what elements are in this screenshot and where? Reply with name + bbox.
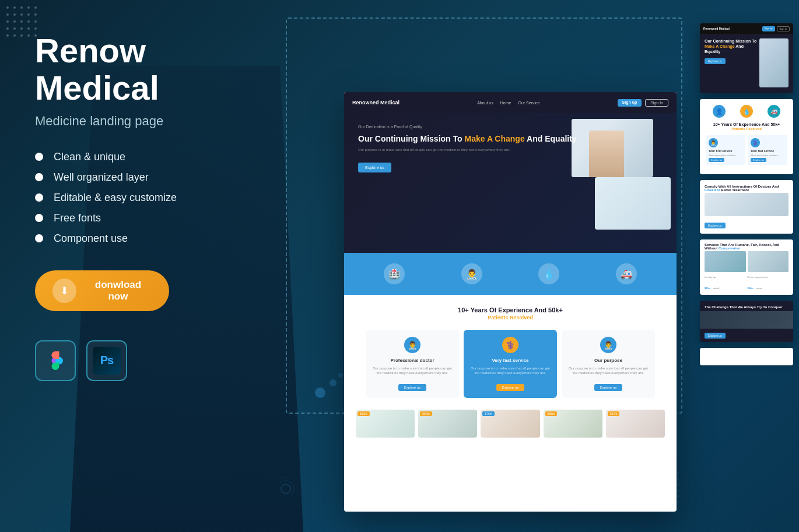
hero-explore-btn[interactable]: Explore us [358,163,391,172]
stat-icon-medical: 🏥 [384,263,405,284]
stats-bar: 🏥 👨‍⚕️ 💧 🚑 [344,253,677,295]
main-preview-mockup: Renowned Medical About us Home Our Servi… [344,92,677,512]
service-card-2: ⚕️ Very fast service Our purpose is to m… [464,330,557,398]
service-title-1: Professional doctor [372,358,453,363]
hero-description: Our purpose is to make sure that all peo… [358,147,663,153]
experience-title: 10+ Years Of Experience And 50k+ [358,306,663,313]
mini-title-highlight: Make A Change [705,44,735,48]
comply-title: Comply With All Instructions Of Doctors … [705,185,789,192]
nav-link-home: Home [500,101,511,105]
download-label: donwload now [85,279,152,302]
badge-4: $85m [545,411,558,416]
strip-image-4: $85m [544,410,602,438]
rs-card-row: 👨‍⚕️ Your first service Short descriptio… [706,135,787,165]
feature-item-3: Editable & easy customize [35,192,274,204]
hero-title-highlight: Make A Change [465,134,525,143]
rs-card-1: 👨‍⚕️ Your first service Short descriptio… [706,135,745,165]
services-numbers: $85m raised $52m raised [700,281,793,295]
left-panel: Renow Medical Medicine landing page Clea… [0,0,309,532]
hero-title-part2: And Equality [525,134,577,143]
rs-card-btn-1[interactable]: Explore us [709,158,724,162]
strip-image-2: $50m [418,410,477,438]
strip-image-1: $50m [356,410,415,438]
badge-3: $75m [482,411,495,416]
services-img-1 [705,251,746,272]
services-block: Services That Are Humane, Fair, Honest, … [700,239,793,295]
hero-title: Our Continuing Mission To Make A Change … [358,133,663,145]
comply-section: Comply With All Instructions Of Doctors … [700,180,793,234]
rs-experience-title: 10+ Years Of Experience And 50k+ [706,122,787,126]
comply-image [705,193,789,216]
challenge-title: The Challenge That We Always Try To Conq… [700,301,793,311]
stat-icon-ambulance: 🚑 [616,263,637,284]
download-button[interactable]: ⬇ donwload now [35,270,169,311]
rs-icon-person: 👤 [713,105,726,118]
experience-section: 10+ Years Of Experience And 50k+ Patient… [344,295,677,410]
service-cards-container: 👨‍⚕️ Professional doctor Our purpose is … [358,330,663,398]
strip-image-3: $75m [481,410,539,438]
feature-item-4: Free fonts [35,212,274,224]
preview-hero-text: Our Dedication is a Proof of Quality Our… [358,125,663,241]
mini-signin[interactable]: Sign In [777,26,790,31]
comply-highlight: Linked to [705,188,720,192]
service-card-3: 👨‍⚕️ Our purpose Our purpose is to make … [562,330,655,398]
bottom-image-strip: $50m $50m $75m $85m $52m [344,410,677,442]
rs-card-label-2: Your fast service [751,149,784,153]
right-sidebar-panel: Renowned Medical Sign up Sign In Our Con… [700,23,793,365]
mini-hero-card: Renowned Medical Sign up Sign In Our Con… [700,23,793,93]
mini-brand: Renowned Medical [703,27,730,30]
bullet-4 [35,214,43,222]
mini-hero-title: Our Continuing Mission To Make A Change … [705,38,759,54]
preview-brand: Renowned Medical [352,100,400,105]
white-footer-bar [700,348,793,365]
service-btn-1[interactable]: Explore us [398,384,426,391]
badge-2: $50m [420,411,432,416]
challenge-section: The Challenge That We Always Try To Conq… [700,301,793,342]
rs-card-btn-2[interactable]: Explore us [751,158,766,162]
feature-label-1: Clean & unique [54,151,125,163]
mini-hero-image [759,38,789,87]
service-desc-3: Our purpose is to make sure that all peo… [567,366,649,376]
feature-label-2: Well organized layer [54,171,149,184]
service-btn-2[interactable]: Explore us [496,384,524,391]
download-icon: ⬇ [52,279,76,303]
figma-icon [44,350,66,372]
num-tag-1: $85m raised [705,281,746,291]
preview-nav-links: About us Home Our Service [477,101,539,105]
signin-btn[interactable]: Sign In [645,99,668,107]
rs-icon-drop: 💧 [740,105,753,118]
mini-signup[interactable]: Sign up [762,26,775,31]
mini-explore-btn[interactable]: Explore us [705,58,726,64]
service-icon-1: 👨‍⚕️ [404,337,420,353]
photoshop-icon-box: Ps [86,340,127,381]
rs-card-label-1: Your first service [709,149,742,153]
bullet-2 [35,173,43,181]
stat-icon-water: 💧 [538,263,559,284]
feature-label-3: Editable & easy customize [54,192,177,204]
num-tag-2: $52m raised [748,281,789,291]
challenge-image [700,311,793,329]
services-section-title: Services That Are Humane, Fair, Honest, … [700,239,793,251]
feature-item-1: Clean & unique [35,151,274,163]
comply-btn[interactable]: Explore us [705,223,726,228]
rs-card-icon-2: ⚕️ [751,138,760,147]
mini-nav-buttons: Sign up Sign In [762,26,790,31]
strip-image-5: $52m [606,410,665,438]
services-image-pair [700,251,793,276]
feature-label-4: Free fonts [54,212,101,224]
feature-item-2: Well organized layer [35,171,274,184]
service-label-2: Doctor appointment [748,276,789,279]
hero-tag: Our Dedication is a Proof of Quality [358,125,663,129]
challenge-btn[interactable]: Explore us [705,333,726,339]
preview-nav-buttons: Sign up Sign In [618,99,668,107]
rs-card-2: ⚕️ Your fast service Short description t… [748,135,787,165]
rs-card-icon-1: 👨‍⚕️ [709,138,718,147]
bullet-5 [35,234,43,242]
signup-btn[interactable]: Sign up [618,99,642,107]
feature-label-5: Component use [54,232,128,245]
services-labels: Identity tips Doctor appointment [700,276,793,281]
service-btn-3[interactable]: Explore us [594,384,622,391]
service-desc-2: Our purpose is to make sure that all peo… [469,366,551,376]
stat-icon-doctor: 👨‍⚕️ [461,263,482,284]
features-list: Clean & unique Well organized layer Edit… [35,151,274,245]
